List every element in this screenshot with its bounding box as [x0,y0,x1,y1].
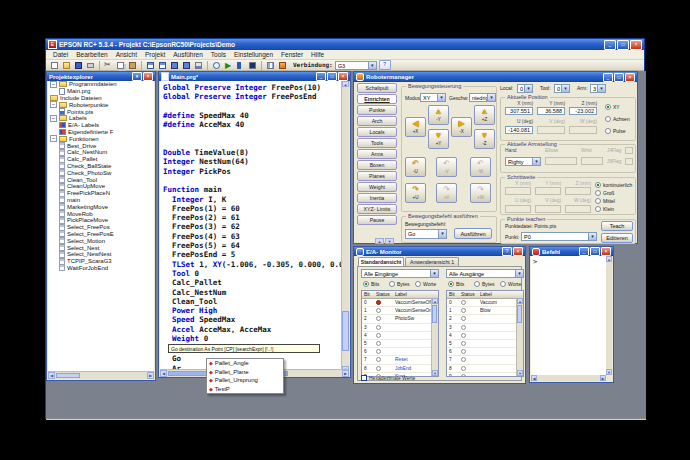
jog-button-x[interactable]: ▶-X [451,117,472,137]
build-icon[interactable] [169,60,180,71]
edit-button[interactable]: Editieren [601,233,633,243]
jog-button-y[interactable]: ▲-Y [428,105,449,125]
code-area[interactable]: Global Preserve Integer FreePos(10)Globa… [160,81,344,372]
local-select[interactable]: 0 [517,84,533,93]
connection-select[interactable]: G3 [335,61,377,70]
maximize-icon[interactable] [327,72,337,81]
io-outputs-filter-select[interactable]: Alle Ausgänge [446,269,524,278]
close-icon[interactable] [143,72,153,81]
tree-item-eigendefinierte-f[interactable]: Eigendefinierte F [48,129,154,136]
io-monitor-title-bar[interactable]: E/A- Monitor [354,247,525,256]
menu-ansicht[interactable]: Ansicht [112,51,141,58]
io-row[interactable]: 4 [362,332,438,340]
maximize-icon[interactable] [614,73,624,82]
radio-inputs-bits[interactable]: Bits [363,281,379,287]
minimize-icon[interactable] [316,72,326,81]
io-row[interactable]: 9 [447,373,523,377]
radio-inputs-bytes[interactable]: Bytes [389,281,410,287]
menu-einstellungen[interactable]: Einstellungen [230,51,277,58]
radio-coord-pulse[interactable]: Pulse [605,128,626,134]
hex-checkbox[interactable] [361,375,367,381]
scroll-up-icon[interactable] [517,298,523,304]
robot-tab-punkte[interactable]: Punkte [357,105,397,115]
radio-outputs-bytes[interactable]: Bytes [474,281,495,287]
autocomplete-item-pallet-ursprung[interactable]: ◆Pallet_Ursprung [207,376,283,385]
io-row[interactable]: 1VaccumSenseOn [362,307,438,315]
menu-tools[interactable]: Tools [207,51,230,58]
field-u-deg[interactable]: -140.081 [505,126,533,134]
robot-tab-arms[interactable]: Arms [357,149,397,159]
scroll-down-icon[interactable] [432,370,438,376]
close-icon[interactable] [338,72,348,81]
expander-icon[interactable] [50,81,57,88]
io-table-scrollbar[interactable] [431,298,438,376]
copy-icon[interactable] [115,60,126,71]
close-icon[interactable] [630,40,642,50]
new-window-icon[interactable] [145,60,156,71]
close-icon[interactable] [625,73,635,82]
robot-tab-einrichten[interactable]: Einrichten [357,94,397,104]
print-icon[interactable] [85,60,96,71]
robot-tab-arch[interactable]: Arch [357,116,397,126]
io-row[interactable]: 2 [447,315,523,323]
tree-item-include-dateien[interactable]: Include Dateien [48,95,154,102]
editor-vertical-scrollbar[interactable] [341,81,349,372]
maximize-icon[interactable] [590,247,600,256]
tree-item-main-prg[interactable]: Main.prg [48,88,154,95]
save-all-icon[interactable] [73,60,84,71]
jog-button-z[interactable]: ▼-Z [474,129,495,149]
motion-command-select[interactable]: Go [405,229,447,239]
robot-tab-pause[interactable]: Pause [357,215,397,225]
tree-item-waitforjobend[interactable]: WaitForJobEnd [48,265,154,272]
tree-item-e-a-labels[interactable]: E/A- Labels [48,122,154,129]
hand-select[interactable]: Righty [505,157,541,166]
robot-tab-xyz-limits[interactable]: XYZ- Limits [357,204,397,214]
minimize-icon[interactable] [579,247,589,256]
app-title-bar[interactable]: EPSON RC+ 5.3.4 - Projekt C:\EpsonRC50\P… [46,39,644,50]
command-title-bar[interactable]: Befehl [530,247,613,256]
io-row[interactable]: 1Blow [447,307,523,315]
tool-select[interactable]: 0 [554,84,570,93]
tab-scroll-up-icon[interactable] [375,238,384,244]
io-row[interactable]: 2PhotoSw [362,315,438,323]
command-vertical-scrollbar[interactable] [606,256,612,375]
tree-item-points-pts[interactable]: Points.pts [48,108,154,115]
open-project-icon[interactable] [61,60,72,71]
tab-scroll-down-icon[interactable] [385,238,394,244]
menu-fenster[interactable]: Fenster [277,51,307,58]
radio-step-gro[interactable]: Groß [595,190,614,196]
robot-tab-tools[interactable]: Tools [357,138,397,148]
radio-step-kontinuierlich[interactable]: kontinuierlich [595,182,632,188]
field-z-mm[interactable]: -23.002 [569,107,597,115]
robot-manager-icon[interactable] [277,60,288,71]
robot-tab-boxen[interactable]: Boxen [357,160,397,170]
explorer-horizontal-scrollbar[interactable] [48,371,154,379]
robot-manager-title-bar[interactable]: Robotermanager [354,72,637,82]
scroll-thumb[interactable] [56,373,80,378]
radio-step-klein[interactable]: Klein [595,206,614,212]
robot-tab-inertia[interactable]: Inertia [357,193,397,203]
tree-item-labels[interactable]: Labels [48,115,154,122]
robot-tab-planes[interactable]: Planes [357,171,397,181]
field-x-mm[interactable]: 307.551 [505,107,533,115]
expander-icon[interactable] [50,101,57,108]
execute-button[interactable]: Ausführen [454,228,492,239]
menu-bearbeiten[interactable]: Bearbeiten [72,51,111,58]
radio-outputs-bits[interactable]: Bits [448,281,464,287]
minimize-icon[interactable] [604,40,616,50]
arm-select[interactable]: 3 [590,84,606,93]
io-monitor-icon[interactable] [265,60,276,71]
io-row[interactable]: 4 [447,332,523,340]
io-row[interactable]: 8 [447,365,523,373]
radio-outputs-worte[interactable]: Worte [500,281,521,287]
robot-tab-weight[interactable]: Weight [357,182,397,192]
radio-coord-achsen[interactable]: Achsen [605,116,630,122]
tile-windows-icon[interactable] [157,60,168,71]
autocomplete-item-testp[interactable]: ◆TestP [207,385,283,394]
radio-coord-xy[interactable]: XY [605,104,620,110]
jog-button-y[interactable]: ▼+Y [428,129,449,149]
io-row[interactable]: 5 [362,340,438,348]
command-horizontal-scrollbar[interactable] [531,375,606,381]
close-icon[interactable] [601,247,611,256]
restore-icon[interactable] [617,40,629,50]
